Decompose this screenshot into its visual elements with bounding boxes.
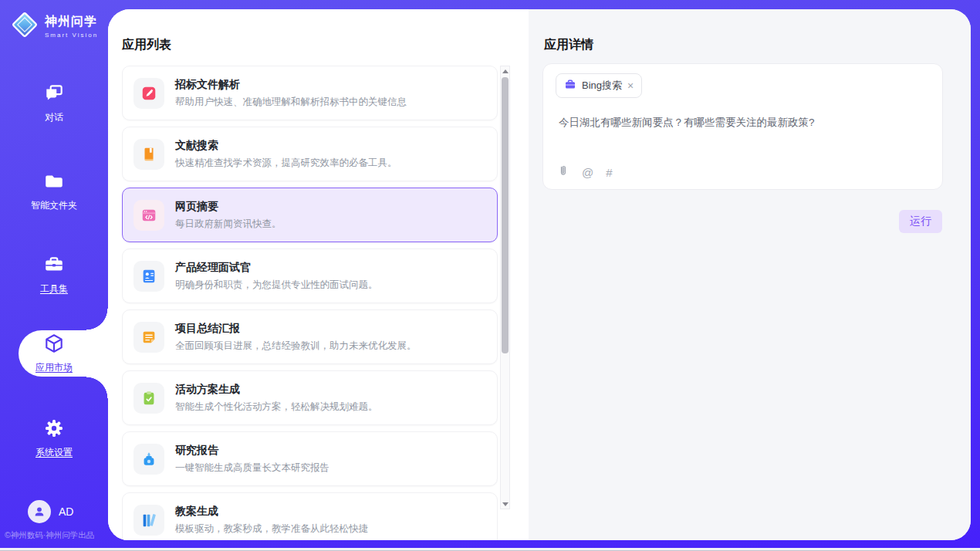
app-desc: 模板驱动，教案秒成，教学准备从此轻松快捷 [175,522,368,536]
sidebar-item-label: 应用市场 [35,361,73,374]
list-item-bidding-analysis[interactable]: 招标文件解析 帮助用户快速、准确地理解和解析招标书中的关键信息 [122,66,498,120]
note-icon [133,322,164,353]
app-desc: 快速精准查找学术资源，提高研究效率的必备工具。 [175,157,397,170]
app-title: 教案生成 [175,505,368,519]
pen-square-icon [133,78,164,109]
list-item-project-summary[interactable]: 项目总结汇报 全面回顾项目进展，总结经验教训，助力未来优化发展。 [122,309,498,364]
app-title: 网页摘要 [175,200,282,214]
scroll-up-button[interactable] [501,66,509,76]
page-title: 应用列表 [122,37,171,53]
list-item-research-report[interactable]: 研究报告 一键智能生成高质量长文本研究报告 [122,431,498,486]
list-item-lesson-plan[interactable]: 教案生成 模板驱动，教案秒成，教学准备从此轻松快捷 [122,492,498,540]
prompt-input[interactable]: 今日湖北有哪些新闻要点？有哪些需要关注的最新政策? [559,115,927,130]
pill-scoop-top [86,309,108,330]
sidebar-item-smart-folder[interactable]: 智能文件夹 [0,168,108,215]
tool-chip-label: Bing搜索 [582,79,622,93]
app-list-panel: 应用列表 招标文件解析 帮助用户快速、准确地理解和解析招标书中的关键信息 [108,9,529,540]
copyright-footer: ©神州数码·神州问学出品 [5,530,113,541]
app-title: 研究报告 [175,444,329,458]
run-button[interactable]: 运行 [899,210,942,233]
app-desc: 一键智能生成高质量长文本研究报告 [175,461,329,475]
scroll-down-button[interactable] [501,499,509,509]
app-title: 招标文件解析 [175,78,407,92]
attachment-icon[interactable] [557,164,569,180]
prompt-card: Bing搜索 × 今日湖北有哪些新闻要点？有哪些需要关注的最新政策? @ # [542,63,943,190]
user-account[interactable]: AD [28,500,73,523]
app-detail-panel: 应用详情 Bing搜索 × 今日湖北有哪些新闻要点？有哪些需要关注的最新政策? [529,9,971,540]
interview-icon [133,261,164,292]
browser-icon [133,200,164,231]
app-title: 项目总结汇报 [175,322,417,336]
diamond-logo-icon [9,9,40,43]
arrow-up-icon [502,69,509,73]
window-bottom-strip [0,548,980,551]
tool-chip-bing-search[interactable]: Bing搜索 × [556,73,642,98]
list-item-pm-interviewer[interactable]: 产品经理面试官 明确身份和职责，为您提供专业性的面试问题。 [122,248,498,303]
clipboard-check-icon [133,383,164,414]
app-desc: 帮助用户快速、准确地理解和解析招标书中的关键信息 [175,96,407,109]
list-item-web-summary[interactable]: 网页摘要 每日政府新闻资讯快查。 [122,188,498,242]
sidebar-item-toolset[interactable]: 工具集 [0,252,108,298]
sidebar-item-label: 智能文件夹 [31,199,77,212]
prompt-toolbar: @ # [557,164,613,180]
app-desc: 每日政府新闻资讯快查。 [175,218,282,231]
arrow-down-icon [502,502,509,506]
brand-subtitle: Smart Vision [45,32,98,39]
scrollbar-thumb[interactable] [502,77,509,353]
sidebar-item-label: 系统设置 [35,446,73,459]
app-title: 文献搜索 [175,139,397,153]
app-desc: 全面回顾项目进展，总结经验教训，助力未来优化发展。 [175,340,417,353]
ink-report-icon [133,444,164,475]
cube-icon [43,333,65,357]
main-content: 应用列表 招标文件解析 帮助用户快速、准确地理解和解析招标书中的关键信息 [108,9,971,540]
list-item-event-plan[interactable]: 活动方案生成 智能生成个性化活动方案，轻松解决规划难题。 [122,370,498,425]
app-title: 活动方案生成 [175,383,378,397]
app-title: 产品经理面试官 [175,261,378,275]
list-item-literature-search[interactable]: 文献搜索 快速精准查找学术资源，提高研究效率的必备工具。 [122,127,498,181]
mention-icon[interactable]: @ [582,166,593,179]
app-list: 招标文件解析 帮助用户快速、准确地理解和解析招标书中的关键信息 文献搜索 快速精… [122,66,498,540]
books-icon [133,505,164,536]
hash-icon[interactable]: # [606,166,612,179]
sidebar-item-label: 工具集 [40,282,68,296]
close-icon[interactable]: × [627,80,634,91]
app-desc: 智能生成个性化活动方案，轻松解决规划难题。 [175,401,378,414]
chat-icon [43,83,65,107]
brand-name: 神州问学 [45,14,98,30]
toolbox-icon [43,254,65,279]
book-icon [133,139,164,170]
sidebar-item-app-market[interactable]: 应用市场 [0,330,108,377]
brand-logo: 神州问学 Smart Vision [9,9,98,43]
sidebar: 神州问学 Smart Vision 对话 智能文件夹 [0,0,108,551]
sidebar-item-settings[interactable]: 系统设置 [0,415,108,461]
briefcase-icon [564,78,576,93]
folder-icon [43,171,65,195]
sidebar-item-label: 对话 [45,111,63,124]
detail-title: 应用详情 [544,37,593,53]
user-name: AD [59,505,73,518]
app-desc: 明确身份和职责，为您提供专业性的面试问题。 [175,279,378,292]
sidebar-item-chat[interactable]: 对话 [0,80,108,127]
pill-scoop-bottom [86,377,108,398]
user-avatar-icon [28,500,51,523]
gear-icon [43,417,65,442]
list-scrollbar[interactable] [500,66,510,509]
